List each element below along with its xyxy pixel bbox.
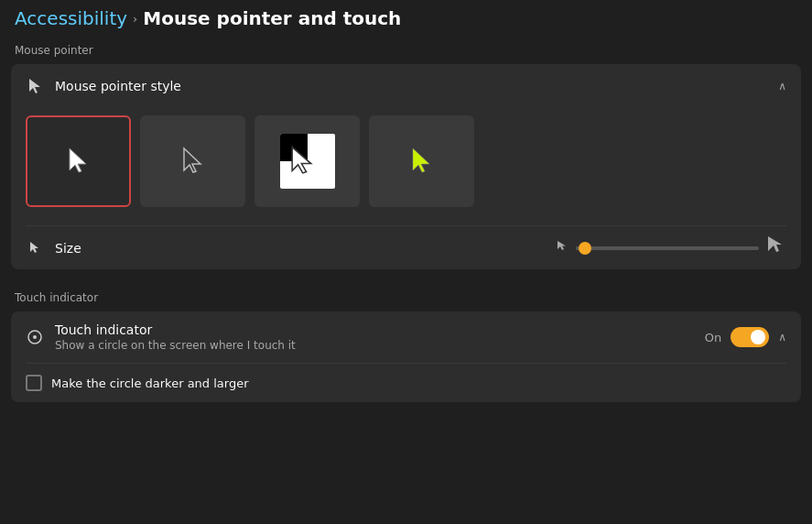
touch-indicator-section-label: Touch indicator <box>0 280 812 311</box>
cursor-option-black-white[interactable] <box>254 115 360 207</box>
touch-header-left: Touch indicator Show a circle on the scr… <box>26 322 296 352</box>
touch-header-right: On ∧ <box>705 327 786 347</box>
cursor-large-icon <box>766 235 786 260</box>
cursor-option-white[interactable] <box>26 115 131 207</box>
mouse-pointer-section-label: Mouse pointer <box>0 40 812 64</box>
size-row: Size <box>11 226 801 269</box>
touch-indicator-card: Touch indicator Show a circle on the scr… <box>11 311 801 402</box>
touch-indicator-icon <box>26 328 44 346</box>
mouse-pointer-style-header[interactable]: Mouse pointer style ∧ <box>11 64 801 108</box>
size-cursor-icon <box>26 239 44 257</box>
size-label: Size <box>55 241 81 256</box>
mouse-pointer-style-icon <box>26 77 44 95</box>
svg-point-2 <box>33 335 37 339</box>
checkbox-row: Make the circle darker and larger <box>11 364 801 402</box>
cursor-option-outline[interactable] <box>140 115 245 207</box>
size-slider-thumb[interactable] <box>579 242 591 255</box>
mouse-pointer-style-chevron-icon: ∧ <box>778 80 786 93</box>
toggle-on-label: On <box>705 331 721 344</box>
touch-header-text: Touch indicator Show a circle on the scr… <box>55 322 296 352</box>
touch-indicator-subtitle: Show a circle on the screen where I touc… <box>55 339 296 352</box>
cursor-small-icon <box>556 240 568 256</box>
card-header-left: Mouse pointer style <box>26 77 181 95</box>
darker-larger-label: Make the circle darker and larger <box>51 377 249 390</box>
breadcrumb-accessibility-link[interactable]: Accessibility <box>15 7 127 29</box>
breadcrumb-current-page: Mouse pointer and touch <box>143 7 401 29</box>
touch-indicator-toggle[interactable] <box>731 327 769 347</box>
size-slider-track[interactable] <box>576 246 759 250</box>
breadcrumb-chevron-icon: › <box>133 12 137 26</box>
mouse-pointer-card: Mouse pointer style ∧ <box>11 64 801 269</box>
touch-indicator-chevron-icon: ∧ <box>778 331 786 344</box>
toggle-thumb <box>751 330 765 344</box>
size-slider-area <box>556 235 786 260</box>
cursor-option-green[interactable] <box>369 115 474 207</box>
mouse-pointer-style-title: Mouse pointer style <box>55 79 181 93</box>
bw-bg-container <box>280 134 335 189</box>
touch-indicator-title: Touch indicator <box>55 322 296 337</box>
touch-indicator-header[interactable]: Touch indicator Show a circle on the scr… <box>11 311 801 363</box>
cursor-options-list <box>11 108 801 225</box>
breadcrumb: Accessibility › Mouse pointer and touch <box>0 0 812 40</box>
darker-larger-checkbox[interactable] <box>26 375 42 391</box>
